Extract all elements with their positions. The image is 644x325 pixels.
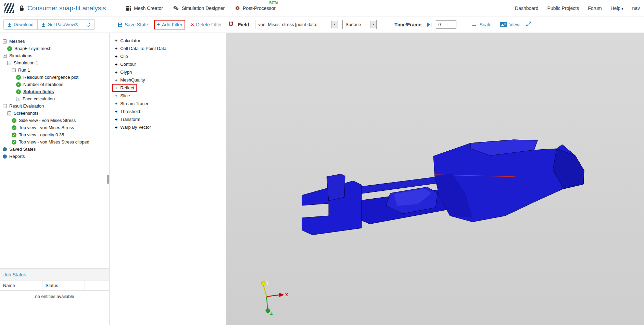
tree-item-simulation-1[interactable]: −Simulation 1 xyxy=(0,59,109,66)
select-arrow-icon: ▼ xyxy=(331,21,337,28)
collapse-icon[interactable]: − xyxy=(7,61,11,65)
app-logo-icon[interactable] xyxy=(4,3,14,13)
filter-item-label: Cell Data To Point Data xyxy=(120,46,166,51)
add-icon: + xyxy=(115,62,117,67)
project-sidebar: −Meshes✓SnapFit-sym mesh−Simulations−Sim… xyxy=(0,33,110,325)
top-navbar: Consumer snap-fit analysis Mesh Creator … xyxy=(0,0,644,16)
scale-button[interactable]: ↔ Scale xyxy=(469,20,493,29)
filter-item-glyph[interactable]: +Glyph xyxy=(113,69,134,75)
tree-item-simulations[interactable]: −Simulations xyxy=(0,52,109,59)
filter-item-cell-data-to-point-data[interactable]: +Cell Data To Point Data xyxy=(113,45,168,52)
filter-item-label: Clip xyxy=(120,54,128,59)
add-icon: + xyxy=(115,54,117,59)
add-icon: + xyxy=(115,125,117,130)
nav-truncated-text[interactable]: nav xyxy=(632,5,640,11)
3d-model-canvas[interactable]: Y X Z xyxy=(226,33,644,325)
add-filter-label: Add Filter xyxy=(162,22,182,27)
tree-item-label: Side view - von Mises Stress xyxy=(19,118,76,123)
time-frame-input[interactable] xyxy=(436,20,456,29)
download-icon xyxy=(8,23,12,27)
private-lock-icon xyxy=(19,5,24,11)
tree-item-number-of-iterations[interactable]: ✓Number of iterations xyxy=(0,81,109,88)
tree-item-reports[interactable]: Reports xyxy=(0,153,109,160)
download-label: Download xyxy=(14,22,34,27)
tree-item-label: Face calculation xyxy=(23,96,55,101)
tree-item-result-evaluation[interactable]: −Result Evaluation xyxy=(0,102,109,110)
tree-item-saved-states[interactable]: Saved States xyxy=(0,146,109,153)
tree-item-screenshots[interactable]: −Screenshots xyxy=(0,110,109,117)
filter-item-clip[interactable]: +Clip xyxy=(113,53,130,60)
filter-item-slice[interactable]: +Slice xyxy=(113,92,131,99)
add-icon: + xyxy=(115,117,117,122)
collapse-icon[interactable]: − xyxy=(3,39,7,43)
filter-item-transform[interactable]: +Transform xyxy=(113,116,142,123)
refresh-icon xyxy=(86,22,91,27)
tree-item-label: Saved States xyxy=(9,147,36,152)
beta-badge: BETA xyxy=(269,1,278,5)
save-state-button[interactable]: Save State xyxy=(116,21,150,29)
add-icon: + xyxy=(115,70,117,75)
add-filter-button[interactable]: + Add Filter xyxy=(155,21,185,29)
sidebar-scrollbar[interactable] xyxy=(107,175,109,184)
tree-item-face-calculation[interactable]: +Face calculation xyxy=(0,95,109,102)
tree-item-label: Number of iterations xyxy=(23,82,63,87)
nav-mesh-creator[interactable]: Mesh Creator xyxy=(126,5,163,11)
nav-help-menu[interactable]: Help▾ xyxy=(611,5,623,11)
nav-post-processor[interactable]: Post-Processor BETA xyxy=(235,5,276,11)
collapse-icon[interactable]: − xyxy=(12,68,16,72)
nav-simulation-designer[interactable]: Simulation Designer xyxy=(173,5,225,11)
refresh-button[interactable] xyxy=(82,19,95,30)
filter-item-threshold[interactable]: +Threshold xyxy=(113,108,142,115)
filter-item-contour[interactable]: +Contour xyxy=(113,61,138,67)
project-tree: −Meshes✓SnapFit-sym mesh−Simulations−Sim… xyxy=(0,33,109,268)
tree-item-top-view-von-mises-stress-clipped[interactable]: ✓Top view - von Mises Stress clipped xyxy=(0,138,109,146)
tree-item-snapfit-sym-mesh[interactable]: ✓SnapFit-sym mesh xyxy=(0,45,109,52)
magnet-icon[interactable] xyxy=(228,21,233,28)
axis-y-label: Y xyxy=(266,281,269,286)
filter-item-meshquality[interactable]: +MeshQuality xyxy=(113,77,147,83)
filter-item-stream-tracer[interactable]: +Stream Tracer xyxy=(113,100,150,107)
filter-item-label: Reflect xyxy=(120,85,134,90)
status-ok-icon: ✓ xyxy=(16,89,21,94)
collapse-icon[interactable]: − xyxy=(7,111,11,115)
bullet-icon xyxy=(3,147,7,151)
download-button[interactable]: Download xyxy=(3,19,38,30)
tree-item-solution-fields[interactable]: ✓Solution fields xyxy=(0,88,109,95)
render-viewport[interactable]: Y X Z xyxy=(226,33,644,325)
tree-item-residuum-convergence-plot[interactable]: ✓Residuum convergence plot xyxy=(0,74,109,81)
gear-icon xyxy=(235,5,240,11)
view-button[interactable]: View xyxy=(498,21,521,29)
nav-forum[interactable]: Forum xyxy=(588,5,602,11)
status-ok-icon: ✓ xyxy=(16,75,21,80)
expand-icon[interactable]: + xyxy=(16,97,20,101)
navbar-right: Dashboard Public Projects Forum Help▾ na… xyxy=(515,5,640,11)
filter-item-label: Slice xyxy=(120,93,130,98)
bullet-icon xyxy=(3,154,7,159)
fit-view-icon[interactable] xyxy=(526,21,531,28)
tree-item-top-view-von-mises-stress[interactable]: ✓Top view - von Mises Stress xyxy=(0,124,109,131)
filter-item-reflect[interactable]: +Reflect xyxy=(113,85,136,91)
nav-dashboard[interactable]: Dashboard xyxy=(515,5,539,11)
status-ok-icon: ✓ xyxy=(12,133,16,137)
representation-select-value: Surface xyxy=(345,22,361,27)
representation-select[interactable]: Surface ▼ xyxy=(342,20,377,29)
step-forward-icon[interactable] xyxy=(427,23,431,27)
tree-item-top-view-opacity-0-35[interactable]: ✓Top view - opacity 0.35 xyxy=(0,131,109,138)
delete-filter-button[interactable]: × Delete Filter xyxy=(189,21,224,29)
field-select[interactable]: von_Mises_stress [point-data] ▼ xyxy=(255,20,338,29)
snap-fit-model[interactable] xyxy=(302,140,584,235)
filter-item-calculator[interactable]: +Calculator xyxy=(113,37,142,44)
tree-item-run-1[interactable]: −Run 1 xyxy=(0,66,109,74)
time-frame-label: Time/Frame: xyxy=(394,22,423,27)
tree-item-side-view-von-mises-stress[interactable]: ✓Side view - von Mises Stress xyxy=(0,117,109,124)
tree-item-label: Screenshots xyxy=(14,111,38,116)
nav-public-projects[interactable]: Public Projects xyxy=(547,5,579,11)
nav-simulation-designer-label: Simulation Designer xyxy=(182,5,225,11)
tree-item-meshes[interactable]: −Meshes xyxy=(0,38,109,45)
collapse-icon[interactable]: − xyxy=(3,104,7,108)
axis-z-label: Z xyxy=(270,311,273,316)
double-arrow-icon: ↔ xyxy=(471,21,477,28)
filter-item-warp-by-vector[interactable]: +Warp By Vector xyxy=(113,124,153,130)
get-paraview-button[interactable]: Get ParaView® xyxy=(38,19,83,30)
collapse-icon[interactable]: − xyxy=(3,54,7,58)
